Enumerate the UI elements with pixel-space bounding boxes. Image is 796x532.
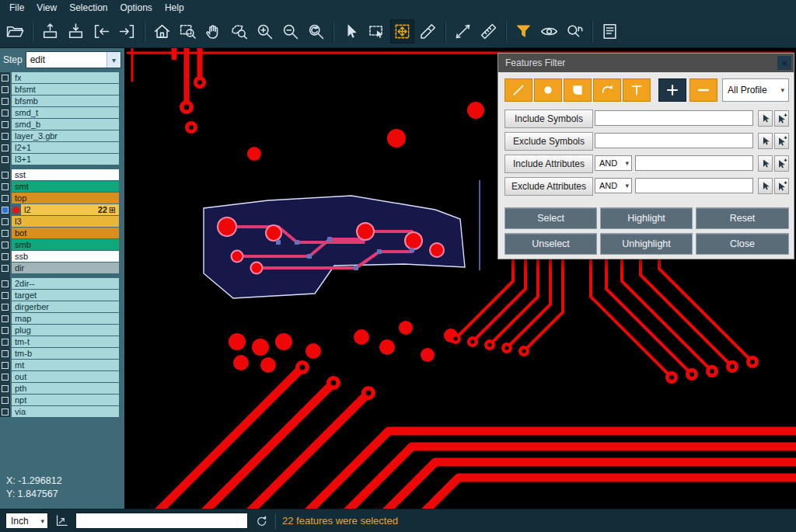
layer-visibility-checkbox[interactable] [0, 75, 10, 82]
layer-visibility-checkbox[interactable] [0, 265, 10, 272]
profile-select[interactable]: All Profile ▾ [722, 78, 789, 102]
command-input[interactable] [75, 513, 248, 529]
layer-visibility-checkbox[interactable] [0, 304, 10, 311]
layer-visibility-checkbox[interactable] [0, 350, 10, 357]
text-filter-button[interactable] [623, 78, 651, 102]
layer-name-bar[interactable]: mt [12, 360, 119, 370]
layer-name-bar[interactable]: smd_b [12, 119, 119, 130]
layer-name-bar[interactable]: map [12, 313, 119, 324]
include-symbols-input[interactable] [595, 110, 753, 126]
layer-name-bar[interactable]: fx [12, 72, 119, 83]
layer-visibility-checkbox[interactable] [0, 242, 10, 249]
select-features-button[interactable] [390, 19, 414, 43]
layer-visibility-checkbox[interactable] [0, 253, 10, 260]
include-attributes-button[interactable]: Include Attributes [504, 155, 593, 173]
layer-visibility-checkbox[interactable] [0, 195, 10, 202]
layer-row-smt[interactable]: smt [0, 181, 124, 192]
pick-from-canvas-button[interactable] [758, 110, 773, 127]
export-up-button[interactable] [38, 19, 62, 43]
exclude-symbols-input[interactable] [595, 133, 753, 148]
layer-name-bar[interactable]: dirgerber [12, 301, 119, 312]
layer-row-plug[interactable]: plug [0, 325, 124, 336]
layer-name-bar[interactable]: via [12, 406, 119, 417]
layer-visibility-checkbox[interactable] [0, 207, 10, 214]
pick-from-canvas-button[interactable] [758, 155, 773, 172]
search-in-button[interactable] [563, 19, 587, 43]
layer-visibility-checkbox[interactable] [0, 98, 10, 105]
line-filter-button[interactable] [504, 78, 532, 102]
layer-name-bar[interactable]: target [12, 290, 119, 301]
layer-visibility-checkbox[interactable] [0, 385, 10, 392]
layer-name-bar[interactable]: l3 [12, 216, 119, 227]
layer-visibility-checkbox[interactable] [0, 144, 10, 151]
layer-visibility-checkbox[interactable] [0, 183, 10, 190]
report-button[interactable] [598, 19, 622, 43]
round-filter-button[interactable] [534, 78, 562, 102]
layer-name-bar[interactable]: 2dir-- [12, 278, 119, 289]
pointer-button[interactable] [339, 19, 363, 43]
layer-name-bar[interactable]: l2+1 [12, 142, 119, 153]
layer-name-bar[interactable]: tm-b [12, 348, 119, 359]
layer-row-sst[interactable]: sst [0, 169, 124, 180]
filter-unhighlight-button[interactable]: Unhighlight [600, 233, 693, 255]
export-right-button[interactable] [115, 19, 139, 43]
layer-row-ssb[interactable]: ssb [0, 251, 124, 262]
measure-diagonal-button[interactable] [451, 19, 475, 43]
layer-row-npt[interactable]: npt [0, 395, 124, 405]
layer-row-bfsmt[interactable]: bfsmt [0, 84, 124, 95]
menu-view[interactable]: View [30, 1, 63, 15]
layer-visibility-checkbox[interactable] [0, 327, 10, 334]
layer-row-dirgerber[interactable]: dirgerber [0, 301, 124, 312]
and-operator-select[interactable]: AND▾ [595, 155, 632, 171]
layer-row-smd_b[interactable]: smd_b [0, 119, 124, 130]
layer-visibility-checkbox[interactable] [0, 315, 10, 322]
filter-select-button[interactable]: Select [504, 207, 597, 229]
menu-selection[interactable]: Selection [63, 1, 113, 15]
dialog-titlebar[interactable]: Features Filter ✕ [498, 54, 794, 72]
layer-name-bar[interactable]: smb [12, 239, 119, 250]
layer-visibility-checkbox[interactable] [0, 172, 10, 179]
layer-row-target[interactable]: target [0, 290, 124, 301]
pick-add-button[interactable] [774, 110, 789, 127]
eye-button[interactable] [537, 19, 561, 43]
layer-row-l3[interactable]: l3 [0, 216, 124, 227]
layer-name-bar[interactable]: layer_3.gbr [12, 130, 119, 141]
layer-visibility-checkbox[interactable] [0, 86, 10, 93]
layer-visibility-checkbox[interactable] [0, 156, 10, 163]
layer-visibility-checkbox[interactable] [0, 121, 10, 128]
pick-add-button[interactable] [774, 155, 789, 172]
layer-row-bot[interactable]: bot [0, 228, 124, 238]
layer-visibility-checkbox[interactable] [0, 409, 10, 416]
layer-name-bar[interactable]: l222⊞ [21, 204, 119, 215]
filter-highlight-button[interactable]: Highlight [600, 207, 693, 229]
layer-visibility-checkbox[interactable] [0, 374, 10, 381]
layer-row-bfsmb[interactable]: bfsmb [0, 96, 124, 106]
layer-visibility-checkbox[interactable] [0, 362, 10, 369]
layer-row-top[interactable]: top [0, 193, 124, 203]
filter-close-button[interactable]: Close [696, 233, 789, 255]
layer-row-map[interactable]: map [0, 313, 124, 324]
pick-add-button[interactable] [774, 133, 789, 149]
arc-filter-button[interactable] [593, 78, 621, 102]
include-symbols-button[interactable]: Include Symbols [504, 110, 593, 128]
chevron-down-icon[interactable]: ▾ [106, 52, 120, 68]
layer-row-l3+1[interactable]: l3+1 [0, 154, 124, 165]
rect-select-button[interactable] [365, 19, 389, 43]
filter-button[interactable] [511, 19, 536, 43]
layer-row-smd_t[interactable]: smd_t [0, 107, 124, 118]
layer-row-layer_3.gbr[interactable]: layer_3.gbr [0, 130, 124, 141]
layer-row-l2[interactable]: l222⊞ [0, 204, 124, 215]
close-icon[interactable]: ✕ [777, 56, 791, 70]
layer-visibility-checkbox[interactable] [0, 230, 10, 237]
zoom-window-button[interactable] [176, 19, 200, 43]
include-attributes-input[interactable] [635, 155, 753, 171]
pick-from-canvas-button[interactable] [758, 178, 773, 194]
layer-row-fx[interactable]: fx [0, 72, 124, 83]
layer-name-bar[interactable]: out [12, 371, 119, 382]
layer-name-bar[interactable]: plug [12, 325, 119, 336]
add-filter-button[interactable] [658, 78, 686, 102]
exclude-attributes-input[interactable] [635, 178, 753, 193]
lasso-zoom-button[interactable] [227, 19, 251, 43]
layer-visibility-checkbox[interactable] [0, 292, 10, 299]
menu-file[interactable]: File [3, 1, 30, 15]
